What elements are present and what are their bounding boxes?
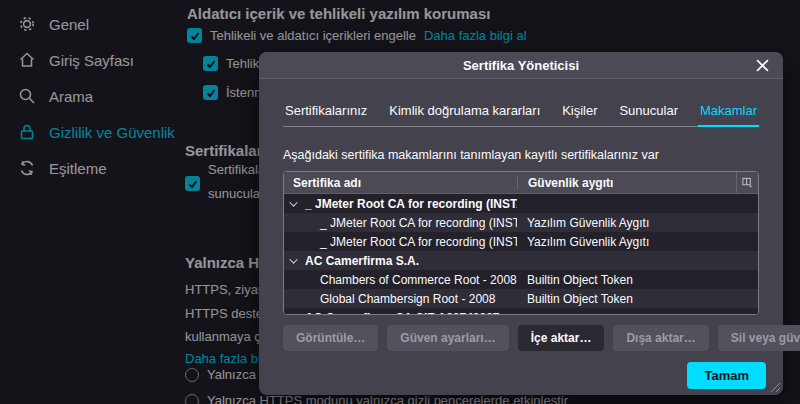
dialog-header: Sertifika Yöneticisi <box>259 52 783 79</box>
certificate-tabs: Sertifikalarınız Kimlik doğrulama kararl… <box>283 101 759 127</box>
table-row[interactable]: _ JMeter Root CA for recording (INSTALL … <box>284 232 758 251</box>
delete-or-distrust-button[interactable]: Sil veya güvenme… <box>718 325 800 351</box>
tab-people[interactable]: Kişiler <box>560 103 599 126</box>
table-body: _ JMeter Root CA for recording (INSTALL … <box>284 194 758 315</box>
column-header-certificate-name[interactable]: Sertifika adı <box>284 176 517 190</box>
certificates-table: Sertifika adı Güvenlik aygıtı _ JMeter R… <box>283 171 759 315</box>
column-header-security-device[interactable]: Güvenlik aygıtı <box>517 176 736 190</box>
firefox-preferences-page: Genel Giriş Sayfası Arama <box>0 0 800 404</box>
table-row[interactable]: Global Chambersign Root - 2008 Builtin O… <box>284 289 758 308</box>
table-row[interactable]: _ JMeter Root CA for recording (INSTALL … <box>284 213 758 232</box>
table-row[interactable]: AC Camerfirma S.A. <box>284 251 758 270</box>
chevron-down-icon[interactable] <box>289 255 297 263</box>
dialog-title: Sertifika Yöneticisi <box>463 58 579 73</box>
tab-servers[interactable]: Sunucular <box>617 103 680 126</box>
export-button[interactable]: Dışa aktar… <box>613 325 708 351</box>
resize-grip-icon[interactable] <box>769 381 781 393</box>
tab-authorities[interactable]: Makamlar <box>698 103 759 127</box>
dialog-body: Sertifikalarınız Kimlik doğrulama kararl… <box>259 101 783 404</box>
tab-your-certificates[interactable]: Sertifikalarınız <box>283 103 369 126</box>
authorities-description: Aşağıdaki sertifika makamlarını tanımlay… <box>283 148 759 162</box>
action-buttons-row: Görüntüle… Güven ayarları… İçe aktar… Dı… <box>283 325 759 351</box>
close-icon[interactable] <box>754 57 771 74</box>
ok-button[interactable]: Tamam <box>687 362 766 389</box>
chevron-down-icon[interactable] <box>289 198 297 206</box>
trust-settings-button[interactable]: Güven ayarları… <box>387 325 508 351</box>
certificate-manager-dialog: Sertifika Yöneticisi Sertifikalarınız Ki… <box>259 52 783 395</box>
column-picker-icon[interactable] <box>736 172 758 193</box>
import-button[interactable]: İçe aktar… <box>518 325 605 351</box>
tab-authentication-decisions[interactable]: Kimlik doğrulama kararları <box>387 103 542 126</box>
table-row[interactable]: _ JMeter Root CA for recording (INSTALL … <box>284 194 758 213</box>
view-button[interactable]: Görüntüle… <box>283 325 378 351</box>
table-header-row: Sertifika adı Güvenlik aygıtı <box>284 172 758 194</box>
table-row[interactable]: AC Camerfirma SA CIF A82743287 <box>284 308 758 315</box>
table-row[interactable]: Chambers of Commerce Root - 2008 Builtin… <box>284 270 758 289</box>
chevron-down-icon[interactable] <box>289 312 297 315</box>
